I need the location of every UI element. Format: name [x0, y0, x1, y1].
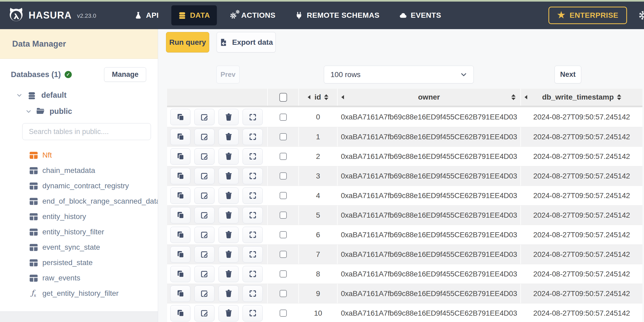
edit-row-button[interactable] [194, 168, 214, 184]
sidebar-table-item[interactable]: event_sync_state [0, 240, 158, 255]
select-all-checkbox[interactable] [279, 93, 287, 102]
delete-row-button[interactable] [218, 148, 239, 165]
copy-row-button[interactable] [170, 129, 190, 145]
copy-row-button[interactable] [170, 246, 190, 263]
collapse-column-icon[interactable] [308, 95, 310, 99]
edit-row-button[interactable] [194, 227, 214, 243]
nav-menu: API DATA ACTIONS REMOTE SCHEMAS [127, 5, 448, 25]
header-actions-cell [167, 89, 268, 106]
nav-tab-api[interactable]: API [127, 5, 166, 25]
settings-gear-icon[interactable] [638, 10, 644, 21]
delete-row-button[interactable] [218, 227, 239, 243]
edit-row-button[interactable] [194, 246, 214, 263]
copy-icon [176, 211, 185, 219]
row-checkbox[interactable] [280, 192, 287, 199]
edit-row-button[interactable] [194, 148, 214, 165]
prev-page-button[interactable]: Prev [216, 66, 240, 83]
sidebar-table-item[interactable]: chain_metadata [0, 163, 158, 178]
sidebar-table-item[interactable]: raw_events [0, 270, 158, 286]
sidebar-table-item[interactable]: dynamic_contract_registry [0, 178, 158, 194]
run-query-button[interactable]: Run query [166, 32, 209, 52]
row-checkbox[interactable] [280, 310, 287, 317]
nav-tab-remote-schemas[interactable]: REMOTE SCHEMAS [288, 5, 386, 25]
row-checkbox[interactable] [280, 290, 287, 297]
header-owner-cell[interactable]: owner [338, 89, 521, 106]
expand-row-button[interactable] [243, 246, 263, 263]
delete-row-button[interactable] [218, 246, 239, 263]
delete-row-button[interactable] [218, 305, 239, 321]
sidebar-table-item[interactable]: entity_history [0, 209, 158, 224]
copy-row-button[interactable] [170, 227, 190, 243]
row-checkbox[interactable] [280, 133, 287, 140]
table-icon [30, 275, 38, 282]
row-checkbox[interactable] [280, 153, 287, 160]
sidebar-table-item[interactable]: end_of_block_range_scanned_data [0, 194, 158, 209]
expand-row-button[interactable] [243, 187, 263, 204]
edit-row-button[interactable] [194, 207, 214, 223]
sidebar-table-item[interactable]: Nft [0, 147, 158, 163]
connection-name: default [41, 91, 66, 100]
cell-owner: 0xaBA7161A7fb69c88e16ED9f455CE62B791EE4D… [338, 303, 521, 322]
row-checkbox[interactable] [280, 172, 287, 180]
expand-row-button[interactable] [243, 285, 263, 302]
delete-row-button[interactable] [218, 129, 239, 145]
sort-icon[interactable] [617, 94, 621, 100]
delete-row-button[interactable] [218, 168, 239, 184]
copy-row-button[interactable] [170, 148, 190, 165]
copy-row-button[interactable] [170, 168, 190, 184]
tree-node-public[interactable]: public [26, 107, 158, 116]
enterprise-button[interactable]: ★ ENTERPRISE [548, 7, 627, 24]
manage-button[interactable]: Manage [104, 67, 146, 82]
delete-row-button[interactable] [218, 109, 239, 125]
sidebar-table-item[interactable]: ƒxget_entity_history_filter [0, 286, 158, 301]
expand-row-button[interactable] [243, 129, 263, 145]
search-tables-input[interactable] [22, 123, 151, 140]
delete-row-button[interactable] [218, 187, 239, 204]
copy-row-button[interactable] [170, 207, 190, 223]
nav-tab-actions[interactable]: ACTIONS [223, 5, 283, 25]
header-timestamp-cell[interactable]: db_write_timestamp [521, 89, 642, 106]
expand-row-button[interactable] [243, 168, 263, 184]
row-checkbox[interactable] [280, 231, 287, 238]
sort-icon[interactable] [511, 94, 516, 100]
edit-row-button[interactable] [194, 305, 214, 321]
next-page-button[interactable]: Next [554, 66, 581, 83]
row-checkbox[interactable] [280, 114, 287, 121]
delete-row-button[interactable] [218, 207, 239, 223]
row-checkbox[interactable] [280, 212, 287, 219]
edit-row-button[interactable] [194, 285, 214, 302]
edit-row-button[interactable] [194, 129, 214, 145]
expand-row-button[interactable] [243, 109, 263, 125]
expand-row-button[interactable] [243, 227, 263, 243]
edit-row-button[interactable] [194, 109, 214, 125]
header-id-cell[interactable]: id [299, 89, 338, 106]
export-data-button[interactable]: Export data [217, 32, 276, 52]
copy-icon [176, 250, 185, 258]
sidebar-table-item[interactable]: persisted_state [0, 255, 158, 270]
edit-row-button[interactable] [194, 266, 214, 282]
hasura-logo-icon[interactable] [8, 7, 24, 24]
collapse-column-icon[interactable] [341, 95, 344, 99]
row-checkbox[interactable] [280, 251, 287, 258]
rows-per-page-select[interactable]: 100 rows [324, 66, 474, 83]
copy-row-button[interactable] [170, 285, 190, 302]
row-checkbox[interactable] [280, 270, 287, 278]
copy-row-button[interactable] [170, 109, 190, 125]
browse-rows-panel: Run query Export data Prev 100 rows Next [158, 29, 644, 322]
nav-tab-events[interactable]: EVENTS [392, 5, 448, 25]
expand-row-button[interactable] [243, 207, 263, 223]
copy-row-button[interactable] [170, 305, 190, 321]
tree-node-default[interactable]: default [16, 91, 158, 100]
copy-row-button[interactable] [170, 187, 190, 204]
expand-row-button[interactable] [243, 266, 263, 282]
delete-row-button[interactable] [218, 266, 239, 282]
expand-row-button[interactable] [243, 305, 263, 321]
delete-row-button[interactable] [218, 285, 239, 302]
expand-row-button[interactable] [243, 148, 263, 165]
copy-row-button[interactable] [170, 266, 190, 282]
sort-icon[interactable] [324, 94, 328, 100]
edit-row-button[interactable] [194, 187, 214, 204]
sidebar-table-item[interactable]: entity_history_filter [0, 224, 158, 240]
nav-tab-data[interactable]: DATA [171, 5, 217, 25]
collapse-column-icon[interactable] [525, 95, 527, 99]
